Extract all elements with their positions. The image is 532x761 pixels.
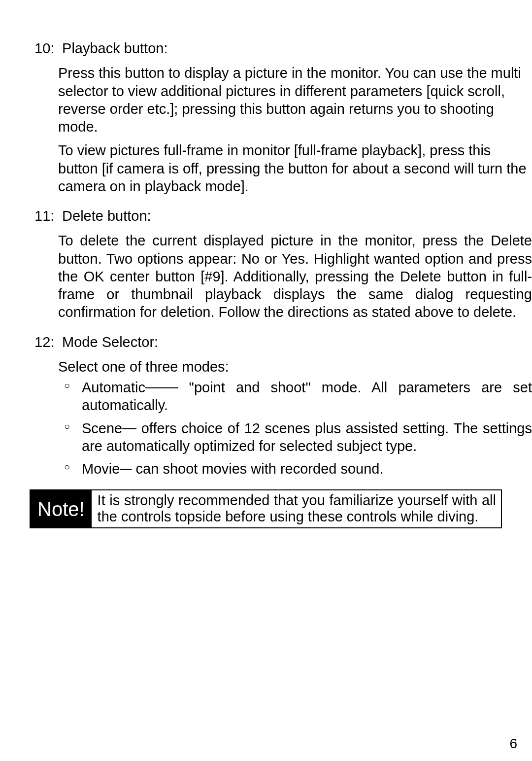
section-12: 12: Mode Selector: Select one of three m…	[34, 333, 532, 478]
mode-desc-movie: can shoot movies with recorded sound.	[132, 461, 384, 477]
section-11-title: Delete button:	[62, 208, 151, 224]
section-10-heading: 10: Playback button:	[34, 39, 532, 57]
dash-icon	[122, 420, 136, 436]
section-11-heading: 11: Delete button:	[34, 207, 532, 225]
section-10-title: Playback button:	[62, 40, 167, 56]
mode-name-movie: Movie	[82, 461, 120, 477]
mode-item-automatic: Automatic "point and shoot" mode. All pa…	[58, 379, 532, 415]
section-12-heading: 12: Mode Selector:	[34, 333, 532, 351]
mode-name-automatic: Automatic	[82, 380, 145, 395]
dash-icon	[120, 461, 132, 477]
mode-desc-scene: offers choice of 12 scenes plus assisted…	[82, 420, 532, 454]
mode-name-scene: Scene	[82, 420, 122, 436]
section-11: 11: Delete button: To delete the current…	[34, 207, 532, 321]
section-11-number: 11:	[34, 207, 58, 225]
section-10-paragraph-2: To view pictures full-frame in monitor […	[58, 141, 532, 195]
section-10-paragraph-1: Press this button to display a picture i…	[58, 64, 532, 136]
section-12-title: Mode Selector:	[62, 334, 158, 350]
section-11-paragraph-1: To delete the current displayed picture …	[58, 232, 532, 321]
section-12-number: 12:	[34, 333, 58, 351]
section-10-number: 10:	[34, 39, 58, 57]
page-number: 6	[509, 735, 517, 752]
section-10: 10: Playback button: Press this button t…	[34, 39, 532, 195]
note-box: Note! It is strongly recommended that yo…	[30, 489, 502, 528]
mode-item-movie: Movie can shoot movies with recorded sou…	[58, 460, 532, 478]
section-12-intro: Select one of three modes:	[58, 358, 532, 376]
manual-page: 10: Playback button: Press this button t…	[0, 0, 532, 761]
note-label: Note!	[31, 490, 92, 527]
mode-item-scene: Scene offers choice of 12 scenes plus as…	[58, 419, 532, 455]
note-text: It is strongly recommended that you fami…	[92, 490, 501, 527]
dash-icon	[145, 380, 178, 395]
mode-list: Automatic "point and shoot" mode. All pa…	[58, 379, 532, 478]
